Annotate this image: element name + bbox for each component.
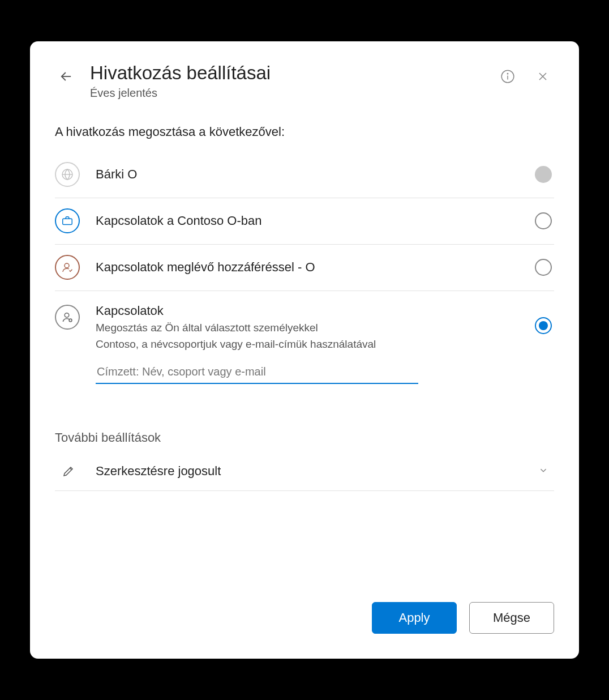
person-check-icon: [55, 255, 80, 280]
share-option-label: Kapcsolatok: [96, 304, 519, 318]
svg-point-5: [65, 263, 69, 268]
arrow-left-icon: [58, 69, 74, 84]
dialog-footer: Apply Mégse: [55, 579, 554, 634]
dialog-header: Hivatkozás beállításai Éves jelentés: [55, 62, 554, 100]
more-settings-section: További beállítások Szerkesztésre jogosu…: [55, 430, 554, 491]
person-add-icon: [55, 305, 80, 330]
share-option-subtext: Contoso, a névcsoportjuk vagy e-mail-cím…: [96, 337, 519, 352]
link-settings-dialog: Hivatkozás beállításai Éves jelentés A h…: [30, 41, 579, 659]
share-option-specific-people[interactable]: Kapcsolatok Megosztás az Ön által válasz…: [55, 291, 554, 399]
dialog-subtitle: Éves jelentés: [90, 87, 484, 100]
share-option-label: Kapcsolatok a Contoso O-ban: [96, 214, 519, 228]
permission-dropdown[interactable]: Szerkesztésre jogosult: [55, 453, 554, 491]
apply-button[interactable]: Apply: [372, 602, 457, 634]
share-option-subtext: Megosztás az Ön által választott személy…: [96, 321, 519, 335]
close-button[interactable]: [531, 65, 554, 88]
dialog-title: Hivatkozás beállításai: [90, 62, 484, 84]
share-option-anyone[interactable]: Bárki O: [55, 152, 554, 198]
share-section-label: A hivatkozás megosztása a következővel:: [55, 125, 554, 139]
globe-icon: [55, 162, 80, 187]
radio-selected[interactable]: [535, 317, 552, 334]
share-option-list: Bárki O Kapcsolatok a Contoso O-ban Kapc…: [55, 152, 554, 399]
title-block: Hivatkozás beállításai Éves jelentés: [90, 62, 484, 100]
recipient-input[interactable]: [96, 361, 418, 384]
more-settings-title: További beállítások: [55, 430, 554, 445]
share-option-label: Bárki O: [96, 167, 519, 182]
info-icon: [500, 69, 515, 84]
briefcase-icon: [55, 208, 80, 233]
close-icon: [536, 70, 550, 83]
back-button[interactable]: [55, 65, 78, 88]
svg-point-6: [65, 313, 69, 317]
chevron-down-icon: [537, 464, 550, 479]
pencil-icon: [57, 460, 80, 483]
radio-unselected[interactable]: [535, 212, 552, 229]
share-option-existing-access[interactable]: Kapcsolatok meglévő hozzáféréssel - O: [55, 245, 554, 291]
radio-disabled: [535, 166, 552, 183]
cancel-button[interactable]: Mégse: [469, 602, 554, 634]
share-option-label: Kapcsolatok meglévő hozzáféréssel - O: [96, 260, 519, 275]
permission-label: Szerkesztésre jogosult: [96, 464, 521, 479]
radio-unselected[interactable]: [535, 259, 552, 276]
share-option-org[interactable]: Kapcsolatok a Contoso O-ban: [55, 198, 554, 245]
svg-point-2: [507, 73, 508, 74]
svg-rect-4: [63, 219, 72, 224]
info-button[interactable]: [496, 65, 519, 88]
